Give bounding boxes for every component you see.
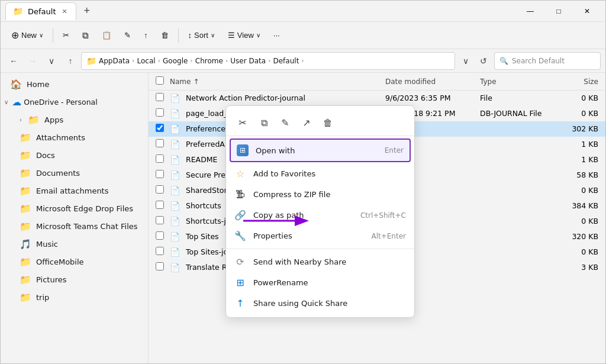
sidebar-item-home[interactable]: 🏠 Home xyxy=(3,76,146,93)
sidebar-email-label: Email attachments xyxy=(36,186,108,195)
address-chevron-button[interactable]: ∨ xyxy=(457,53,474,69)
breadcrumb-chrome[interactable]: Chrome xyxy=(195,57,223,65)
header-date[interactable]: Date modified xyxy=(385,78,480,86)
rename-button[interactable]: ✎ xyxy=(118,27,137,43)
sidebar-item-documents[interactable]: 📁 Documents xyxy=(3,165,146,182)
header-name[interactable]: Name ↑ xyxy=(170,78,385,86)
back-button[interactable]: ← xyxy=(5,53,22,69)
context-menu: ✂ ⧉ ✎ ↗ 🗑 xyxy=(225,105,415,318)
new-icon: ⊕ xyxy=(11,30,19,41)
file-icon-12: 📄 xyxy=(170,263,180,272)
sidebar-docs-label: Docs xyxy=(36,151,55,160)
breadcrumb-local[interactable]: Local xyxy=(137,57,156,65)
ctx-quickshare-item[interactable]: ↑ Share using Quick Share xyxy=(226,293,414,314)
ctx-cut-button[interactable]: ✂ xyxy=(233,113,252,132)
share-icon: ↑ xyxy=(144,31,148,40)
sidebar-item-trip[interactable]: 📁 trip xyxy=(3,289,146,306)
minimize-button[interactable]: — xyxy=(517,2,544,21)
back-icon: ← xyxy=(9,56,18,66)
breadcrumb-google[interactable]: Google xyxy=(163,57,188,65)
header-type[interactable]: Type xyxy=(480,78,557,86)
paste-button[interactable]: 📋 xyxy=(96,27,117,43)
header-size[interactable]: Size xyxy=(557,78,598,86)
sidebar-item-music[interactable]: 🎵 Music xyxy=(3,236,146,253)
more-button[interactable]: ··· xyxy=(267,27,286,43)
row-checkbox-8[interactable] xyxy=(156,201,164,209)
ctx-properties-item[interactable]: 🔧 Properties Alt+Enter xyxy=(226,226,414,246)
ctx-copy-button[interactable]: ⧉ xyxy=(254,113,273,132)
sidebar-officemobile-label: OfficeMobile xyxy=(36,257,84,266)
row-checkbox-2[interactable] xyxy=(156,108,164,117)
row-checkbox-10[interactable] xyxy=(156,231,164,240)
view-button[interactable]: ☰ View ∨ xyxy=(222,27,266,43)
ctx-nearby-item[interactable]: ⟳ Send with Nearby Share xyxy=(226,252,414,272)
sidebar-item-attachments[interactable]: 📁 Attachments xyxy=(3,129,146,146)
close-button[interactable]: ✕ xyxy=(573,2,601,21)
header-check xyxy=(156,76,170,86)
breadcrumb-sep-5: › xyxy=(268,57,270,65)
ctx-properties-label: Properties xyxy=(253,231,364,240)
ctx-share-button[interactable]: ↗ xyxy=(297,113,316,132)
toolbar-separator-1 xyxy=(53,28,53,43)
name-label: Name xyxy=(170,78,191,86)
ctx-copy-path-item[interactable]: 🔗 Copy as path Ctrl+Shift+C xyxy=(226,205,414,226)
cut-button[interactable]: ✂ xyxy=(57,27,75,43)
sidebar-onedrive-section[interactable]: ∨ ☁ OneDrive - Personal xyxy=(1,94,148,111)
forward-button[interactable]: → xyxy=(24,53,41,69)
row-checkbox-4[interactable] xyxy=(156,139,164,147)
row-checkbox-3[interactable] xyxy=(156,124,164,132)
breadcrumb-default[interactable]: Default xyxy=(273,57,299,65)
sidebar-item-apps[interactable]: › 📁 Apps xyxy=(3,111,146,128)
select-all-checkbox[interactable] xyxy=(156,76,164,85)
row-check-7 xyxy=(156,185,170,195)
breadcrumb-userdata[interactable]: User Data xyxy=(230,57,266,65)
type-label: Type xyxy=(480,78,497,86)
sidebar-item-pictures[interactable]: 📁 Pictures xyxy=(3,271,146,288)
active-tab[interactable]: 📁 Default ✕ xyxy=(5,2,76,20)
new-button[interactable]: ⊕ New ∨ xyxy=(5,26,49,44)
up-button[interactable]: ↑ xyxy=(62,53,79,69)
row-checkbox-7[interactable] xyxy=(156,185,164,194)
file-row[interactable]: 📄 Network Action Predictor-journal 9/6/2… xyxy=(149,91,605,106)
ctx-delete-button[interactable]: 🗑 xyxy=(318,113,337,132)
share-button[interactable]: ↑ xyxy=(138,27,154,43)
sidebar-item-edge[interactable]: 📁 Microsoft Edge Drop Files xyxy=(3,200,146,217)
row-type-1: File xyxy=(480,94,557,102)
row-checkbox-6[interactable] xyxy=(156,170,164,178)
address-chevron-icon: ∨ xyxy=(463,56,469,66)
sidebar-item-officemobile[interactable]: 📁 OfficeMobile xyxy=(3,253,146,270)
row-checkbox-5[interactable] xyxy=(156,154,164,163)
sidebar-item-teams[interactable]: 📁 Microsoft Teams Chat Files xyxy=(3,218,146,235)
ctx-copy-path-shortcut: Ctrl+Shift+C xyxy=(360,211,406,220)
search-box[interactable]: 🔍 Search Default xyxy=(494,52,601,70)
ctx-copy-icon: ⧉ xyxy=(261,117,267,128)
sidebar-home-label: Home xyxy=(27,80,49,89)
pictures-folder-icon: 📁 xyxy=(20,274,31,285)
sort-button[interactable]: ↕ Sort ∨ xyxy=(182,27,221,43)
breadcrumb-bar[interactable]: 📁 AppData › Local › Google › Chrome › Us… xyxy=(81,52,455,70)
sidebar-documents-label: Documents xyxy=(36,169,80,178)
window-controls: — □ ✕ xyxy=(517,2,601,21)
new-tab-button[interactable]: + xyxy=(79,3,95,20)
maximize-button[interactable]: □ xyxy=(545,2,572,21)
sidebar-item-docs[interactable]: 📁 Docs xyxy=(3,147,146,164)
ctx-rename-button[interactable]: ✎ xyxy=(276,113,295,132)
row-checkbox-11[interactable] xyxy=(156,247,164,255)
row-checkbox-12[interactable] xyxy=(156,262,164,270)
file-name-1: Network Action Predictor-journal xyxy=(186,94,305,102)
recent-button[interactable]: ∨ xyxy=(43,53,60,69)
row-checkbox-1[interactable] xyxy=(156,93,164,101)
sort-chevron-icon: ∨ xyxy=(211,32,215,38)
title-bar: 📁 Default ✕ + — □ ✕ xyxy=(1,1,605,22)
ctx-zip-item[interactable]: 🗜 Compress to ZIP file xyxy=(226,184,414,205)
ctx-open-with-item[interactable]: ⊞ Open with Enter xyxy=(230,138,411,162)
ctx-favorites-item[interactable]: ☆ Add to Favorites xyxy=(226,163,414,184)
copy-button[interactable]: ⧉ xyxy=(76,27,95,44)
row-checkbox-9[interactable] xyxy=(156,216,164,224)
tab-close-button[interactable]: ✕ xyxy=(61,7,69,17)
breadcrumb-appdata[interactable]: AppData xyxy=(99,57,130,65)
sidebar-item-email[interactable]: 📁 Email attachments xyxy=(3,182,146,199)
delete-button[interactable]: 🗑 xyxy=(155,27,175,43)
refresh-button[interactable]: ↺ xyxy=(475,53,492,69)
ctx-powerrename-item[interactable]: ⊞ PowerRename xyxy=(226,272,414,293)
